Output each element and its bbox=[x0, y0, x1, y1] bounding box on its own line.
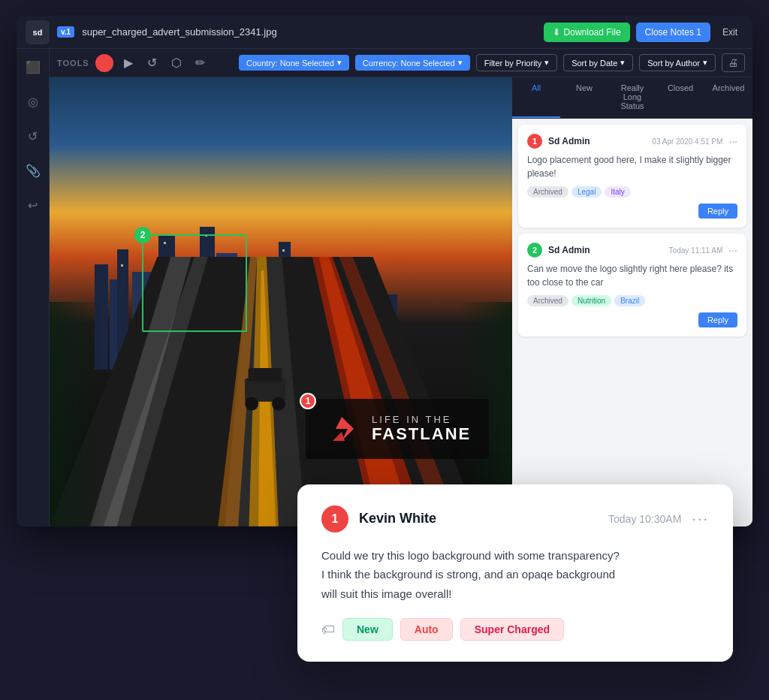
top-bar-actions: ⬇ Download File Close Notes 1 Exit bbox=[544, 23, 743, 42]
note-2-badge: 2 bbox=[527, 243, 542, 258]
left-sidebar: ⬛ ◎ ↺ 📎 ↩ bbox=[17, 49, 50, 527]
note-1-tag-archived[interactable]: Archived bbox=[527, 186, 568, 198]
chevron-down-icon: ▾ bbox=[544, 58, 549, 68]
note-1-tags: Archived Legal Italy bbox=[527, 186, 737, 198]
note-2-tag-nutrition[interactable]: Nutrition bbox=[571, 295, 611, 306]
fc-tag-new[interactable]: New bbox=[342, 618, 393, 641]
country-dropdown-button[interactable]: Country: None Selected ▾ bbox=[239, 55, 349, 71]
fc-time: Today 10:30AM bbox=[608, 513, 681, 525]
note-2-body: Can we move the logo slightly right here… bbox=[527, 262, 737, 289]
file-name: super_charged_advert_submission_2341.jpg bbox=[82, 26, 535, 38]
fc-badge: 1 bbox=[321, 505, 348, 533]
main-area: 2 1 LIFE IN THE FAST bbox=[50, 77, 752, 527]
main-container: sd v.1 super_charged_advert_submission_2… bbox=[17, 16, 752, 684]
currency-dropdown-button[interactable]: Currency: None Selected ▾ bbox=[355, 55, 470, 71]
note-1-author: Sd Admin bbox=[548, 136, 646, 146]
note-2-time: Today 11:11 AM bbox=[669, 246, 723, 255]
sidebar-icon-attachment[interactable]: 📎 bbox=[21, 158, 45, 183]
exit-button[interactable]: Exit bbox=[716, 23, 743, 42]
fc-tag-supercharged[interactable]: Super Charged bbox=[460, 618, 564, 641]
fc-tags-row: 🏷 New Auto Super Charged bbox=[321, 618, 709, 641]
note-card-1: 1 Sd Admin 03 Apr 2020 4:51 PM ··· Logo … bbox=[518, 125, 746, 228]
note-1-tag-legal[interactable]: Legal bbox=[571, 186, 602, 198]
sidebar-icon-circle[interactable]: ◎ bbox=[21, 89, 45, 113]
image-viewer: 2 1 LIFE IN THE FAST bbox=[50, 77, 512, 527]
tab-new[interactable]: New bbox=[560, 77, 608, 118]
note-1-header: 1 Sd Admin 03 Apr 2020 4:51 PM ··· bbox=[527, 134, 737, 149]
note-card-2: 2 Sd Admin Today 11:11 AM ··· Can we mov… bbox=[518, 234, 746, 336]
tool-refresh-button[interactable]: ↺ bbox=[143, 54, 161, 72]
content-area: ⬛ ◎ ↺ 📎 ↩ bbox=[17, 49, 752, 527]
tool-record-button[interactable] bbox=[95, 54, 113, 72]
note-1-reply-button[interactable]: Reply bbox=[698, 204, 737, 219]
tab-really-long-status[interactable]: Really Long Status bbox=[608, 77, 656, 118]
fc-tag-auto[interactable]: Auto bbox=[400, 618, 453, 641]
note-2-reply-row: Reply bbox=[527, 312, 737, 327]
note-2-tag-archived[interactable]: Archived bbox=[527, 295, 568, 306]
tools-bar: TOOLS ▶ ↺ ⬡ ✏ Country: None Selected ▾ C… bbox=[50, 49, 752, 77]
note-1-body: Logo placement good here, I make it slig… bbox=[527, 153, 737, 180]
svg-point-37 bbox=[272, 397, 285, 411]
fastlane-text: LIFE IN THE FASTLANE bbox=[372, 415, 471, 443]
note-1-badge: 1 bbox=[527, 134, 542, 149]
note-2-header: 2 Sd Admin Today 11:11 AM ··· bbox=[527, 243, 737, 258]
chevron-down-icon: ▾ bbox=[620, 58, 625, 68]
svg-point-36 bbox=[245, 397, 258, 411]
notes-tabs: All New Really Long Status Closed Archiv… bbox=[512, 77, 752, 119]
fc-menu-icon[interactable]: ··· bbox=[692, 510, 709, 527]
sort-author-button[interactable]: Sort by Author ▾ bbox=[639, 54, 716, 71]
annotation-badge-1: 1 bbox=[300, 393, 316, 409]
tool-play-button[interactable]: ▶ bbox=[119, 54, 137, 72]
tab-archived[interactable]: Archived bbox=[704, 77, 752, 118]
download-button[interactable]: ⬇ Download File bbox=[544, 23, 630, 42]
chevron-down-icon: ▾ bbox=[337, 58, 342, 68]
svg-marker-39 bbox=[333, 432, 345, 441]
tools-label: TOOLS bbox=[57, 59, 89, 68]
fc-header: 1 Kevin White Today 10:30AM ··· bbox=[321, 505, 709, 533]
tab-all[interactable]: All bbox=[512, 77, 560, 118]
annotation-badge-2: 2 bbox=[134, 227, 151, 243]
chevron-down-icon: ▾ bbox=[703, 58, 707, 68]
note-1-tag-italy[interactable]: Italy bbox=[605, 186, 630, 198]
image-logo-overlay: 1 LIFE IN THE FASTLANE bbox=[306, 399, 489, 459]
note-2-reply-button[interactable]: Reply bbox=[698, 312, 737, 327]
app-window: sd v.1 super_charged_advert_submission_2… bbox=[17, 16, 752, 527]
floating-comment-card: 1 Kevin White Today 10:30AM ··· Could we… bbox=[297, 484, 733, 662]
note-2-menu-icon[interactable]: ··· bbox=[728, 244, 737, 256]
life-in-the-text: LIFE IN THE bbox=[372, 415, 471, 425]
tool-pen-button[interactable]: ✏ bbox=[191, 54, 210, 72]
tag-icon: 🏷 bbox=[321, 622, 335, 638]
sidebar-icon-grid[interactable]: ⬛ bbox=[21, 55, 45, 79]
chevron-down-icon: ▾ bbox=[458, 58, 463, 68]
note-1-time: 03 Apr 2020 4:51 PM bbox=[652, 137, 722, 146]
fc-author: Kevin White bbox=[359, 511, 598, 527]
filter-priority-button[interactable]: Filter by Priority ▾ bbox=[476, 54, 557, 71]
notes-panel: All New Really Long Status Closed Archiv… bbox=[512, 77, 752, 527]
sort-date-button[interactable]: Sort by Date ▾ bbox=[563, 54, 633, 71]
annotation-box-2: 2 bbox=[142, 234, 247, 332]
sidebar-icon-refresh[interactable]: ↺ bbox=[21, 124, 45, 148]
image-background: 2 1 LIFE IN THE FAST bbox=[50, 77, 512, 527]
print-button[interactable]: 🖨 bbox=[722, 53, 745, 72]
tool-export-button[interactable]: ⬡ bbox=[167, 54, 185, 72]
note-2-tags: Archived Nutrition Brazil bbox=[527, 295, 737, 306]
note-2-tag-brazil[interactable]: Brazil bbox=[614, 295, 645, 306]
svg-rect-35 bbox=[249, 368, 282, 382]
note-2-author: Sd Admin bbox=[548, 245, 663, 255]
notes-list: 1 Sd Admin 03 Apr 2020 4:51 PM ··· Logo … bbox=[512, 119, 752, 527]
svg-rect-22 bbox=[282, 249, 285, 252]
fastlane-logo-icon bbox=[324, 411, 360, 447]
app-logo: sd bbox=[26, 20, 50, 44]
download-icon: ⬇ bbox=[553, 27, 560, 38]
fastlane-brand-text: FASTLANE bbox=[372, 425, 471, 443]
top-bar: sd v.1 super_charged_advert_submission_2… bbox=[17, 16, 752, 49]
note-1-menu-icon[interactable]: ··· bbox=[728, 135, 737, 147]
close-notes-button[interactable]: Close Notes 1 bbox=[636, 23, 710, 42]
tab-closed[interactable]: Closed bbox=[656, 77, 704, 118]
fc-body: Could we try this logo background with s… bbox=[321, 546, 709, 604]
sidebar-icon-history[interactable]: ↩ bbox=[21, 193, 45, 217]
note-1-reply-row: Reply bbox=[527, 204, 737, 219]
version-badge: v.1 bbox=[57, 26, 74, 38]
